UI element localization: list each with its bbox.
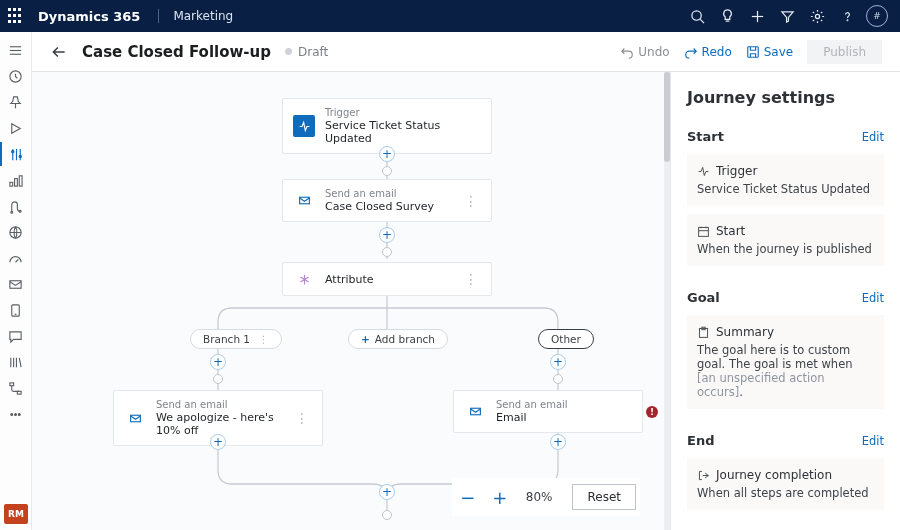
page-title: Case Closed Follow-up [82,43,271,61]
back-button[interactable] [50,43,68,61]
svg-rect-36 [299,197,309,204]
add-step-button[interactable]: + [210,434,226,450]
node-menu-button[interactable]: ⋮ [461,193,481,209]
plus-icon[interactable] [742,0,772,32]
publish-button[interactable]: Publish [807,40,882,64]
add-step-button[interactable]: + [379,484,395,500]
section-heading: Goal [687,290,720,305]
redo-button[interactable]: Redo [684,45,732,59]
journey-canvas[interactable]: Trigger Service Ticket Status Updated + … [32,72,670,530]
connector-cap [382,247,392,257]
persona-badge[interactable]: RM [4,504,28,524]
edit-start-link[interactable]: Edit [862,130,884,144]
node-type-label: Send an email [325,188,434,199]
node-type-label: Send an email [496,399,568,410]
node-menu-button[interactable]: ⋮ [292,410,312,426]
node-title: Service Ticket Status Updated [325,119,481,145]
svg-point-0 [691,10,700,19]
rail-segment-icon[interactable] [0,168,32,192]
email-icon [293,190,315,212]
connector-cap [553,374,563,384]
node-title: We apologize - here's 10% off [156,411,292,437]
zoom-controls: − + 80% Reset [452,478,640,516]
branch-menu-button[interactable]: ⋮ [258,333,269,345]
rail-route-icon[interactable] [0,194,32,218]
svg-point-11 [19,155,21,157]
rail-mail-icon[interactable] [0,272,32,296]
card-trigger: Trigger Service Ticket Status Updated [687,154,884,206]
save-button[interactable]: Save [746,45,793,59]
branch-pill-branch1[interactable]: Branch 1⋮ [190,329,282,349]
trigger-icon [697,165,710,178]
add-step-button[interactable]: + [379,146,395,162]
add-step-button[interactable]: + [550,434,566,450]
svg-point-24 [15,413,17,415]
filter-icon[interactable] [772,0,802,32]
svg-point-10 [12,150,14,152]
node-type-label: Send an email [156,399,292,410]
rail-library-icon[interactable] [0,350,32,374]
edit-end-link[interactable]: Edit [862,434,884,448]
global-top-bar: Dynamics 365 Marketing # [0,0,900,32]
connector-cap [382,166,392,176]
svg-rect-39 [699,227,709,236]
rail-flow-icon[interactable] [0,376,32,400]
calendar-icon [697,225,710,238]
rail-more-icon[interactable] [0,402,32,426]
section-heading: End [687,433,714,448]
branch-pill-other[interactable]: Other [538,329,594,349]
edit-goal-link[interactable]: Edit [862,291,884,305]
rail-play-icon[interactable] [0,116,32,140]
help-icon[interactable] [832,0,862,32]
search-icon[interactable] [682,0,712,32]
attribute-icon [293,268,315,290]
clipboard-icon [697,326,710,339]
email-icon [124,407,146,429]
zoom-in-button[interactable]: + [488,485,512,509]
svg-rect-37 [130,415,140,422]
journey-settings-panel: Journey settings Start Edit Trigger Serv… [670,72,900,530]
section-goal: Goal Edit Summary The goal here is to cu… [687,290,884,409]
zoom-out-button[interactable]: − [456,485,480,509]
svg-line-1 [700,19,704,23]
node-email-blank[interactable]: Send an email Email ! [453,390,643,433]
rail-journey-icon[interactable] [0,142,32,166]
svg-point-25 [18,413,20,415]
node-attribute[interactable]: Attribute ⋮ [282,262,492,296]
zoom-reset-button[interactable]: Reset [572,484,636,510]
svg-rect-12 [10,182,13,186]
rail-pin-icon[interactable] [0,90,32,114]
rail-device-icon[interactable] [0,298,32,322]
left-nav-rail: RM [0,32,32,530]
rail-gauge-icon[interactable] [0,246,32,270]
section-start: Start Edit Trigger Service Ticket Status… [687,129,884,266]
card-summary: Summary The goal here is to custom goal.… [687,315,884,409]
node-email-survey[interactable]: Send an email Case Closed Survey ⋮ [282,179,492,222]
panel-title: Journey settings [687,88,884,107]
add-step-button[interactable]: + [210,354,226,370]
rail-message-icon[interactable] [0,324,32,348]
rail-hamburger-icon[interactable] [0,38,32,62]
add-step-button[interactable]: + [550,354,566,370]
card-completion: Journey completion When all steps are co… [687,458,884,510]
node-title: Email [496,411,568,424]
app-launcher-icon[interactable] [8,8,24,24]
card-start: Start When the journey is published [687,214,884,266]
gear-icon[interactable] [802,0,832,32]
lightbulb-icon[interactable] [712,0,742,32]
status-dot [285,48,292,55]
user-avatar[interactable]: # [862,0,892,32]
rail-globe-icon[interactable] [0,220,32,244]
rail-recent-icon[interactable] [0,64,32,88]
add-step-button[interactable]: + [379,227,395,243]
undo-button[interactable]: Undo [620,45,669,59]
svg-rect-14 [19,175,22,185]
zoom-percent: 80% [520,490,559,504]
add-branch-button[interactable]: +Add branch [348,329,448,349]
svg-rect-13 [15,178,18,186]
node-menu-button[interactable]: ⋮ [461,271,481,287]
product-brand: Dynamics 365 [38,9,140,24]
app-name: Marketing [158,9,233,23]
svg-rect-38 [470,408,480,415]
node-title: Attribute [325,273,374,286]
